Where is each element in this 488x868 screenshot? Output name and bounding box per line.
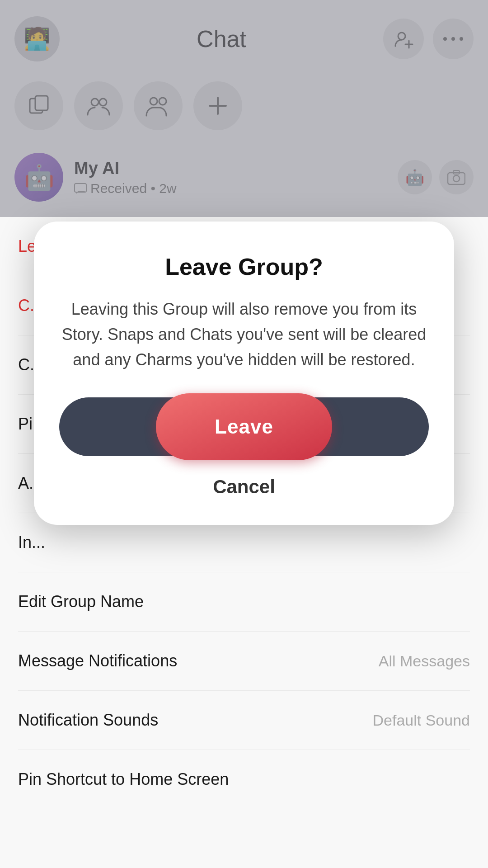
settings-sounds-value: Default Sound xyxy=(373,712,470,729)
settings-sounds-label: Notification Sounds xyxy=(18,711,158,730)
settings-notif-value: All Messages xyxy=(379,652,470,670)
settings-item-pin-shortcut[interactable]: Pin Shortcut to Home Screen xyxy=(18,750,470,809)
settings-item-edit-group-name[interactable]: Edit Group Name xyxy=(18,572,470,632)
leave-slider-track[interactable]: Leave xyxy=(59,397,429,456)
leave-group-modal: Leave Group? Leaving this Group will als… xyxy=(34,222,454,525)
settings-item-message-notifications[interactable]: Message Notifications All Messages xyxy=(18,632,470,691)
settings-item-notification-sounds[interactable]: Notification Sounds Default Sound xyxy=(18,691,470,750)
leave-slider-thumb[interactable]: Leave xyxy=(156,393,332,460)
settings-notif-label: Message Notifications xyxy=(18,651,177,670)
cancel-button[interactable]: Cancel xyxy=(213,476,275,498)
settings-in-label: In... xyxy=(18,533,45,552)
modal-body: Leaving this Group will also remove you … xyxy=(59,297,429,372)
modal-title: Leave Group? xyxy=(165,253,323,280)
settings-edit-group-label: Edit Group Name xyxy=(18,592,144,611)
leave-button-label: Leave xyxy=(215,415,273,438)
settings-pin-shortcut-label: Pin Shortcut to Home Screen xyxy=(18,770,229,789)
